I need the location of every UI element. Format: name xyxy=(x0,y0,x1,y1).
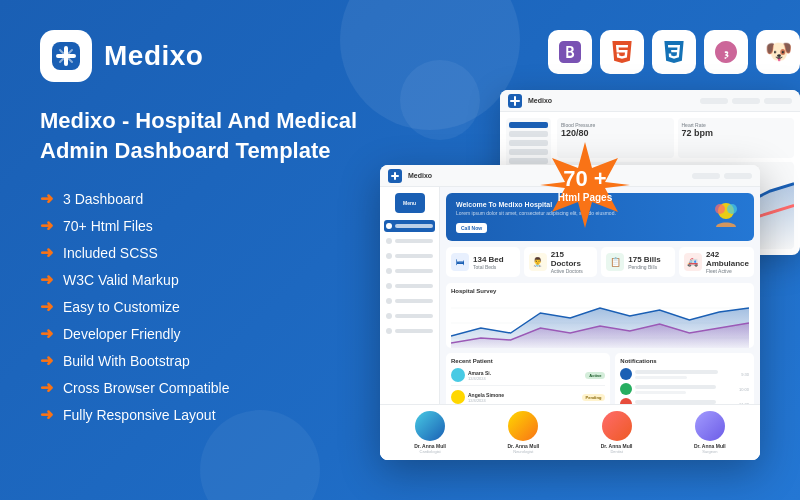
feature-text: W3C Valid Markup xyxy=(63,272,179,288)
main-preview-nav xyxy=(692,173,752,179)
svg-point-4 xyxy=(727,204,737,214)
features-list: ➜3 Dashboard➜70+ Html Files➜Included SCS… xyxy=(40,189,380,424)
feature-item-html-files: ➜70+ Html Files xyxy=(40,216,380,235)
ambulance-icon: 🚑 xyxy=(684,253,702,271)
sass-badge xyxy=(704,30,748,74)
feature-item-scss: ➜Included SCSS xyxy=(40,243,380,262)
arrow-icon: ➜ xyxy=(40,189,53,208)
feature-text: Build With Bootstrap xyxy=(63,353,190,369)
badge-text-block: 70 + Html Pages xyxy=(558,167,612,202)
main-container: Medixo Medixo - Hospital And Medical Adm… xyxy=(0,0,800,500)
feature-text: Cross Browser Compatible xyxy=(63,380,230,396)
main-title: Medixo - Hospital And Medical Admin Dash… xyxy=(40,106,380,165)
chart-title: Hospital Survey xyxy=(451,288,749,294)
badge-label: Html Pages xyxy=(558,192,612,203)
feature-text: Easy to Customize xyxy=(63,299,180,315)
logo-area: Medixo xyxy=(40,30,380,82)
feature-item-bootstrap: ➜Build With Bootstrap xyxy=(40,351,380,370)
notif-item: 10:00 xyxy=(620,383,749,395)
doctor-card: Dr. Anna Mull Cardiologist xyxy=(386,411,474,454)
patient-row: Amara Si. 12/4/2024 Active xyxy=(451,368,605,386)
feature-item-dashboards: ➜3 Dashboard xyxy=(40,189,380,208)
badge-number: 70 + xyxy=(558,167,612,191)
doctor-card: Dr. Anna Mull Dentist xyxy=(573,411,661,454)
doctor-icon: 👨‍⚕️ xyxy=(529,253,547,271)
stat-bed: 🛏 134 Bed Total Beds xyxy=(446,247,520,277)
arrow-icon: ➜ xyxy=(40,378,53,397)
screenshots-container: Medixo xyxy=(380,90,800,460)
doctors-row: Dr. Anna Mull Cardiologist Dr. Anna Mull… xyxy=(380,404,760,460)
notif-item: 9:30 xyxy=(620,368,749,380)
arrow-icon: ➜ xyxy=(40,351,53,370)
right-column: 🐶 Medixo xyxy=(380,30,800,470)
arrow-icon: ➜ xyxy=(40,297,53,316)
notifications-title: Notifications xyxy=(620,358,749,364)
top-preview-brand: Medixo xyxy=(528,97,552,104)
stat-bills: 📋 175 Bills Pending Bills xyxy=(601,247,675,277)
tech-badges-row: 🐶 xyxy=(548,30,800,74)
top-preview-header: Medixo xyxy=(500,90,800,112)
brand-name: Medixo xyxy=(104,40,203,72)
top-stat-2: Heart Rate 72 bpm xyxy=(678,118,795,158)
main-preview-brand: Medixo xyxy=(408,172,432,179)
feature-item-responsive: ➜Fully Responsive Layout xyxy=(40,405,380,424)
arrow-icon: ➜ xyxy=(40,405,53,424)
css3-badge xyxy=(652,30,696,74)
arrow-icon: ➜ xyxy=(40,324,53,343)
top-preview-nav xyxy=(700,98,792,104)
doctor-card: Dr. Anna Mull Neurologist xyxy=(479,411,567,454)
feature-text: 70+ Html Files xyxy=(63,218,153,234)
logo-icon xyxy=(40,30,92,82)
pug-badge: 🐶 xyxy=(756,30,800,74)
doctor-card: Dr. Anna Mull Surgeon xyxy=(666,411,754,454)
medixo-logo-svg xyxy=(50,40,82,72)
arrow-icon: ➜ xyxy=(40,270,53,289)
feature-text: Developer Friendly xyxy=(63,326,181,342)
stat-ambulance: 🚑 242 Ambulance Fleet Active xyxy=(679,247,754,277)
left-column: Medixo Medixo - Hospital And Medical Adm… xyxy=(40,30,380,470)
bootstrap-badge xyxy=(548,30,592,74)
feature-item-w3c: ➜W3C Valid Markup xyxy=(40,270,380,289)
feature-text: Fully Responsive Layout xyxy=(63,407,216,423)
feature-item-crossbrowser: ➜Cross Browser Compatible xyxy=(40,378,380,397)
top-preview-logo xyxy=(508,94,522,108)
arrow-icon: ➜ xyxy=(40,243,53,262)
bill-icon: 📋 xyxy=(606,253,624,271)
arrow-icon: ➜ xyxy=(40,216,53,235)
html5-badge xyxy=(600,30,644,74)
pages-badge: 70 + Html Pages xyxy=(540,140,630,230)
patients-title: Recent Patient xyxy=(451,358,605,364)
svg-point-3 xyxy=(715,204,725,214)
feature-item-developer: ➜Developer Friendly xyxy=(40,324,380,343)
stat-doctors: 👨‍⚕️ 215 Doctors Active Doctors xyxy=(524,247,598,277)
main-preview-logo xyxy=(388,169,402,183)
feature-text: 3 Dashboard xyxy=(63,191,143,207)
feature-text: Included SCSS xyxy=(63,245,158,261)
chart-area: Hospital Survey xyxy=(446,283,754,348)
stats-row: 🛏 134 Bed Total Beds 👨‍⚕️ 215 Doctors xyxy=(446,247,754,277)
chart-svg-wrap xyxy=(451,298,749,348)
bed-icon: 🛏 xyxy=(451,253,469,271)
feature-item-customize: ➜Easy to Customize xyxy=(40,297,380,316)
